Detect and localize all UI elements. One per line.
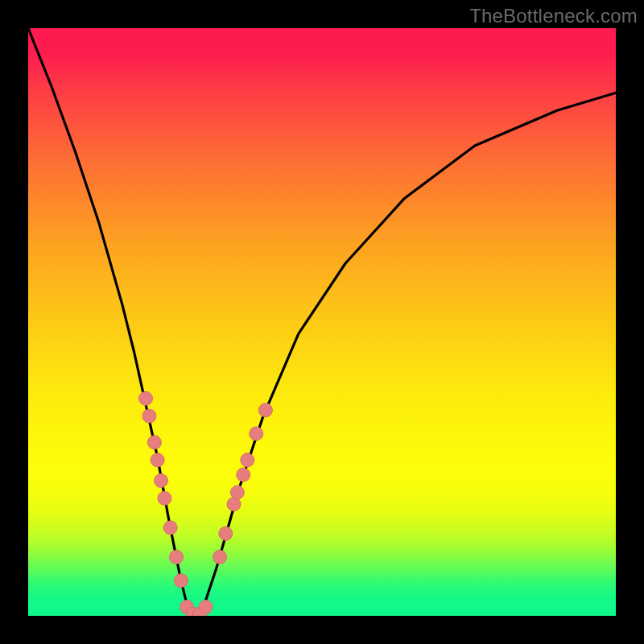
data-point <box>155 474 168 488</box>
plot-area <box>28 28 616 616</box>
data-point <box>219 526 233 540</box>
data-point <box>241 453 254 467</box>
data-point <box>147 436 161 449</box>
outer-frame: TheBottleneck.com <box>0 0 644 644</box>
data-point <box>213 551 227 564</box>
data-point <box>170 551 184 564</box>
chart-svg <box>28 28 616 616</box>
data-point <box>142 409 156 423</box>
marker-group <box>139 391 273 616</box>
curve-path <box>28 28 616 616</box>
data-point <box>174 574 188 588</box>
data-point <box>163 521 177 535</box>
watermark-text: TheBottleneck.com <box>469 5 638 27</box>
data-point <box>250 427 263 440</box>
data-point <box>158 492 171 506</box>
bottleneck-curve <box>28 28 616 616</box>
data-point <box>151 453 164 467</box>
data-point <box>258 403 272 417</box>
data-point <box>237 468 250 481</box>
data-point <box>230 485 244 499</box>
data-point <box>199 601 213 614</box>
data-point <box>139 391 153 405</box>
